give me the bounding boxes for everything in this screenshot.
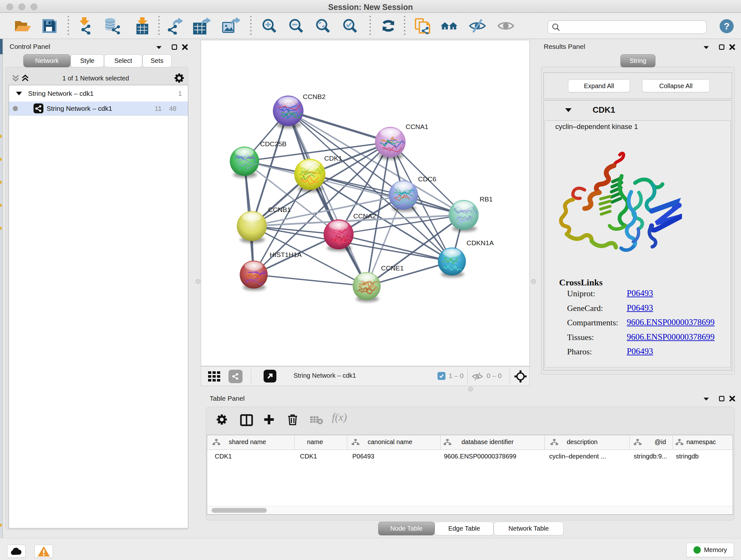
svg-text:RB1: RB1: [480, 195, 493, 203]
svg-text:CCNB1: CCNB1: [268, 206, 291, 213]
svg-text:?: ?: [724, 21, 730, 31]
svg-text:CCNB2: CCNB2: [303, 93, 326, 100]
svg-text:CCNE1: CCNE1: [381, 264, 404, 272]
svg-text:CDC25B: CDC25B: [260, 140, 286, 147]
svg-text:CDKN1A: CDKN1A: [467, 239, 494, 246]
svg-text:CDK1: CDK1: [324, 154, 342, 162]
svg-text:CDC6: CDC6: [418, 175, 436, 183]
svg-text:HIST1H1A: HIST1H1A: [270, 251, 301, 258]
svg-text:CCNA2: CCNA2: [353, 212, 376, 220]
svg-text:CCNA1: CCNA1: [406, 123, 428, 130]
